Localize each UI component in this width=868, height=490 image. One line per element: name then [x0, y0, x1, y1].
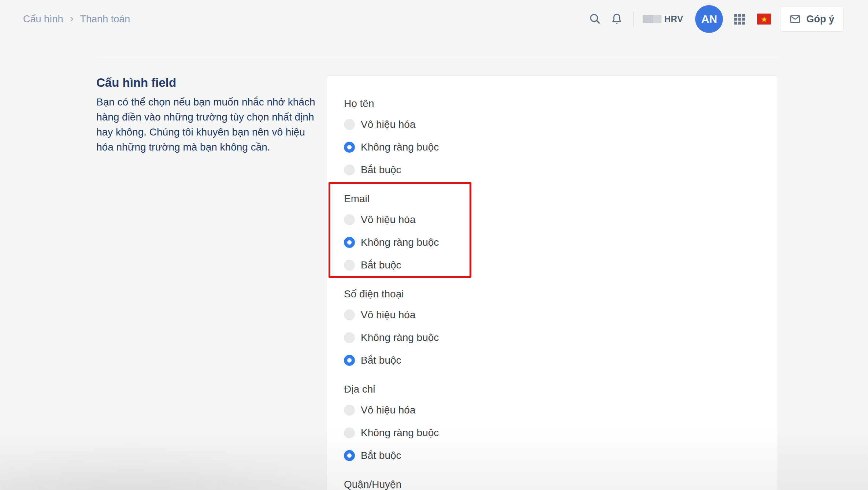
- radio-option[interactable]: Vô hiệu hóa: [344, 304, 767, 326]
- section-title: Cấu hình field: [96, 75, 320, 91]
- radio-option[interactable]: Không ràng buộc: [344, 326, 767, 349]
- breadcrumb-item-cau-hinh[interactable]: Cấu hình: [23, 14, 63, 25]
- radio-option-label: Không ràng buộc: [361, 332, 439, 344]
- topbar-divider: [633, 11, 634, 27]
- radio-option-label: Vô hiệu hóa: [361, 309, 415, 321]
- notifications-button[interactable]: [610, 12, 623, 26]
- settings-page: Cấu hình › Thanh toán: [0, 0, 868, 490]
- breadcrumb: Cấu hình › Thanh toán: [23, 13, 130, 25]
- field-group-email: Email Vô hiệu hóa Không ràng buộc Bắt bu…: [344, 192, 767, 276]
- radio-button[interactable]: [344, 237, 355, 248]
- apps-grid-icon: [733, 13, 746, 26]
- radio-button[interactable]: [344, 164, 355, 175]
- radio-option-label: Không ràng buộc: [361, 141, 439, 153]
- field-config-card: Họ tên Vô hiệu hóa Không ràng buộc Bắt b…: [326, 75, 778, 490]
- radio-option-label: Bắt buộc: [361, 450, 401, 461]
- mail-envelope-icon: [789, 13, 801, 25]
- store-code-label: HRV: [664, 14, 683, 24]
- avatar[interactable]: AN: [695, 5, 723, 33]
- chevron-right-icon: ›: [70, 13, 74, 25]
- radio-option-label: Vô hiệu hóa: [361, 404, 415, 416]
- field-label: Email: [344, 192, 767, 205]
- feedback-button-label: Góp ý: [806, 14, 834, 25]
- bell-icon: [610, 12, 623, 26]
- radio-option[interactable]: Vô hiệu hóa: [344, 113, 767, 136]
- radio-option-label: Bắt buộc: [361, 259, 401, 271]
- radio-option[interactable]: Không ràng buộc: [344, 231, 767, 254]
- field-group: Số điện thoại Vô hiệu hóa Không ràng buộ…: [344, 287, 767, 372]
- radio-option-label: Không ràng buộc: [361, 427, 439, 439]
- vietnam-flag-icon: ★: [761, 15, 768, 23]
- store-logo-placeholder: [643, 15, 661, 23]
- store-menu[interactable]: HRV: [643, 14, 683, 24]
- section-description: Cấu hình field Bạn có thể chọn nếu bạn m…: [96, 75, 320, 155]
- radio-button[interactable]: [344, 214, 355, 225]
- radio-option[interactable]: Bắt buộc: [344, 159, 767, 181]
- radio-option[interactable]: Không ràng buộc: [344, 422, 767, 444]
- radio-button[interactable]: [344, 332, 355, 343]
- breadcrumb-item-thanh-toan: Thanh toán: [80, 14, 130, 25]
- radio-button[interactable]: [344, 142, 355, 153]
- header-divider: [96, 56, 780, 56]
- radio-option-label: Vô hiệu hóa: [361, 214, 415, 226]
- language-selector[interactable]: ★: [757, 14, 771, 25]
- topbar-actions: HRV AN ★: [589, 5, 843, 33]
- apps-menu-button[interactable]: [733, 13, 746, 26]
- radio-option-label: Không ràng buộc: [361, 237, 439, 248]
- radio-button[interactable]: [344, 450, 355, 461]
- section-description-text: Bạn có thể chọn nếu bạn muốn nhắc nhở kh…: [96, 94, 320, 155]
- field-group: Họ tên Vô hiệu hóa Không ràng buộc Bắt b…: [344, 97, 767, 181]
- radio-option[interactable]: Không ràng buộc: [344, 136, 767, 159]
- field-label: Họ tên: [344, 97, 767, 110]
- radio-option[interactable]: Bắt buộc: [344, 349, 767, 372]
- top-bar: Cấu hình › Thanh toán: [0, 0, 868, 38]
- radio-button[interactable]: [344, 355, 355, 366]
- radio-option[interactable]: Vô hiệu hóa: [344, 399, 767, 422]
- feedback-button[interactable]: Góp ý: [780, 7, 843, 31]
- radio-option[interactable]: Bắt buộc: [344, 254, 767, 276]
- field-group: Địa chỉ Vô hiệu hóa Không ràng buộc Bắt …: [344, 383, 767, 467]
- field-label: Số điện thoại: [344, 287, 767, 301]
- radio-button[interactable]: [344, 309, 355, 320]
- search-button[interactable]: [589, 12, 602, 26]
- field-group: Quận/Huyện: [344, 478, 767, 490]
- avatar-initials: AN: [701, 13, 717, 25]
- radio-option-label: Vô hiệu hóa: [361, 119, 415, 130]
- radio-option-label: Bắt buộc: [361, 354, 401, 366]
- field-label: Quận/Huyện: [344, 478, 767, 490]
- radio-button[interactable]: [344, 405, 355, 416]
- radio-button[interactable]: [344, 427, 355, 438]
- radio-button[interactable]: [344, 119, 355, 130]
- radio-button[interactable]: [344, 260, 355, 271]
- search-icon: [589, 12, 602, 26]
- radio-option[interactable]: Bắt buộc: [344, 444, 767, 467]
- radio-option-label: Bắt buộc: [361, 164, 401, 176]
- radio-option[interactable]: Vô hiệu hóa: [344, 208, 767, 231]
- field-label: Địa chỉ: [344, 383, 767, 396]
